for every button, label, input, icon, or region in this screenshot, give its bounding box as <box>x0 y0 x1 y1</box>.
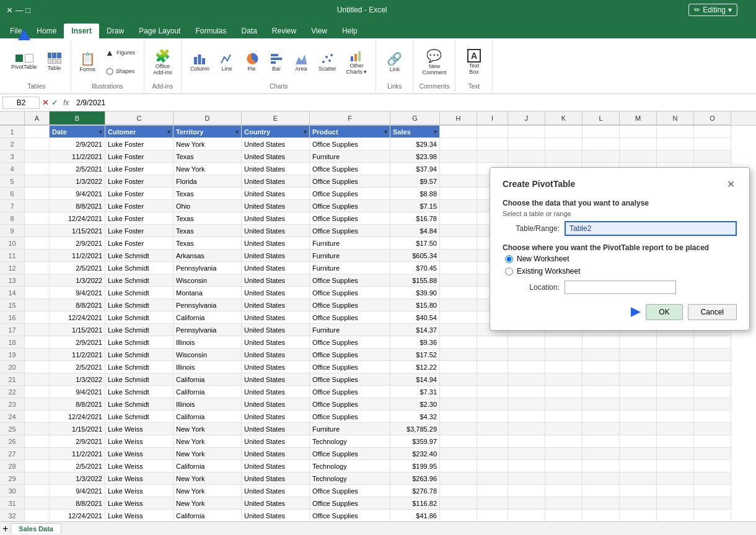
cell-customer[interactable]: Luke Foster <box>105 237 174 250</box>
cell-date[interactable]: 1/3/2022 <box>50 274 105 287</box>
cell-territory[interactable]: Wisconsin <box>174 274 242 287</box>
cell-d1[interactable]: Territory ▾ <box>174 126 242 138</box>
cell-territory[interactable]: Pennsylvania <box>174 324 242 336</box>
cell-territory[interactable]: New York <box>174 472 242 485</box>
col-header-o[interactable]: O <box>694 111 731 125</box>
cell-territory[interactable]: California <box>174 460 242 472</box>
cell-g1[interactable]: Sales ▾ <box>390 126 440 138</box>
cell-date[interactable]: 2/9/2021 <box>50 435 105 448</box>
cell-country[interactable]: United States <box>242 510 310 521</box>
cell-customer[interactable]: Luke Weiss <box>105 472 174 485</box>
cell-a[interactable] <box>25 472 50 485</box>
cell-country[interactable]: United States <box>242 188 310 200</box>
cell-country[interactable]: United States <box>242 163 310 175</box>
cell-country[interactable]: United States <box>242 485 310 497</box>
tab-page-layout[interactable]: Page Layout <box>131 24 188 38</box>
cell-date[interactable]: 8/8/2021 <box>50 497 105 510</box>
cell-territory[interactable]: California <box>174 386 242 398</box>
cell-territory[interactable]: New York <box>174 423 242 435</box>
col-header-c[interactable]: C <box>105 111 174 125</box>
cell-territory[interactable]: New York <box>174 435 242 448</box>
cell-country[interactable]: United States <box>242 373 310 386</box>
location-input[interactable] <box>565 281 676 294</box>
new-comment-button[interactable]: 💬 NewComment <box>418 43 450 81</box>
cell-a[interactable] <box>25 510 50 521</box>
cell-territory[interactable]: New York <box>174 448 242 460</box>
cell-customer[interactable]: Luke Foster <box>105 200 174 212</box>
cell-country[interactable]: United States <box>242 324 310 336</box>
sheet-tab-1[interactable]: Sales Data <box>11 523 61 534</box>
scatter-chart-button[interactable]: Scatter <box>315 43 340 81</box>
radio-existing-worksheet[interactable]: Existing Worksheet <box>505 267 737 276</box>
cell-customer[interactable]: Luke Foster <box>105 225 174 237</box>
cell-date[interactable]: 2/5/2021 <box>50 460 105 472</box>
cell-territory[interactable]: Illinois <box>174 336 242 349</box>
cell-customer[interactable]: Luke Schmidt <box>105 398 174 411</box>
cell-territory[interactable]: California <box>174 311 242 324</box>
cell-sales[interactable]: $16.78 <box>390 212 440 225</box>
cell-customer[interactable]: Luke Schmidt <box>105 411 174 423</box>
cell-country[interactable]: United States <box>242 423 310 435</box>
cell-product[interactable]: Office Supplies <box>310 398 390 411</box>
cell-c1[interactable]: Cutomer ▾ <box>105 126 174 138</box>
cell-country[interactable]: United States <box>242 175 310 188</box>
cell-product[interactable]: Technology <box>310 460 390 472</box>
cell-product[interactable]: Office Supplies <box>310 311 390 324</box>
cell-country[interactable]: United States <box>242 138 310 150</box>
radio-new-worksheet-input[interactable] <box>505 255 513 263</box>
cell-date[interactable]: 11/2/2021 <box>50 448 105 460</box>
ok-button[interactable]: OK <box>646 304 682 320</box>
cell-customer[interactable]: Luke Schmidt <box>105 311 174 324</box>
cell-country[interactable]: United States <box>242 287 310 299</box>
cell-territory[interactable]: Arkansas <box>174 250 242 262</box>
link-button[interactable]: 🔗 Link <box>383 43 406 81</box>
radio-new-worksheet[interactable]: New Worksheet <box>505 254 737 263</box>
cell-customer[interactable]: Luke Foster <box>105 175 174 188</box>
cell-product[interactable]: Technology <box>310 435 390 448</box>
cell-product[interactable]: Technology <box>310 472 390 485</box>
radio-existing-worksheet-input[interactable] <box>505 268 513 276</box>
cell-country[interactable]: United States <box>242 398 310 411</box>
cell-f1[interactable]: Product ▾ <box>310 126 390 138</box>
cell-date[interactable]: 1/15/2021 <box>50 324 105 336</box>
cell-territory[interactable]: Florida <box>174 175 242 188</box>
cell-sales[interactable]: $8.88 <box>390 188 440 200</box>
cell-country[interactable]: United States <box>242 448 310 460</box>
cell-sales[interactable]: $116.82 <box>390 497 440 510</box>
cell-sales[interactable]: $2.30 <box>390 398 440 411</box>
cell-date[interactable]: 2/5/2021 <box>50 262 105 274</box>
cell-a[interactable] <box>25 324 50 336</box>
cell-a[interactable] <box>25 448 50 460</box>
shapes-button[interactable]: ⬡ Shapes <box>102 63 139 80</box>
cell-country[interactable]: United States <box>242 386 310 398</box>
cell-territory[interactable]: California <box>174 373 242 386</box>
cell-customer[interactable]: Luke Schmidt <box>105 336 174 349</box>
cell-sales[interactable]: $4.84 <box>390 225 440 237</box>
cell-a[interactable] <box>25 212 50 225</box>
cell-territory[interactable]: New York <box>174 163 242 175</box>
cell-customer[interactable]: Luke Schmidt <box>105 324 174 336</box>
cell-date[interactable]: 12/24/2021 <box>50 212 105 225</box>
tab-draw[interactable]: Draw <box>99 24 131 38</box>
cell-a[interactable] <box>25 411 50 423</box>
col-header-b[interactable]: B <box>50 111 105 125</box>
tab-home[interactable]: Home <box>29 24 64 38</box>
cell-customer[interactable]: Luke Weiss <box>105 497 174 510</box>
cell-customer[interactable]: Luke Schmidt <box>105 373 174 386</box>
cell-country[interactable]: United States <box>242 225 310 237</box>
cell-a[interactable] <box>25 423 50 435</box>
cell-sales[interactable]: $23.98 <box>390 150 440 163</box>
forms-button[interactable]: 📋 Forms <box>76 43 100 81</box>
cell-product[interactable]: Furniture <box>310 262 390 274</box>
cell-a[interactable] <box>25 237 50 250</box>
cell-sales[interactable]: $37.94 <box>390 163 440 175</box>
cell-a[interactable] <box>25 460 50 472</box>
col-header-k[interactable]: K <box>545 111 582 125</box>
col-header-f[interactable]: F <box>310 111 390 125</box>
cell-date[interactable]: 11/2/2021 <box>50 250 105 262</box>
col-header-d[interactable]: D <box>174 111 242 125</box>
cell-customer[interactable]: Luke Weiss <box>105 435 174 448</box>
cell-country[interactable]: United States <box>242 349 310 361</box>
cell-country[interactable]: United States <box>242 361 310 373</box>
name-box[interactable] <box>2 97 40 109</box>
